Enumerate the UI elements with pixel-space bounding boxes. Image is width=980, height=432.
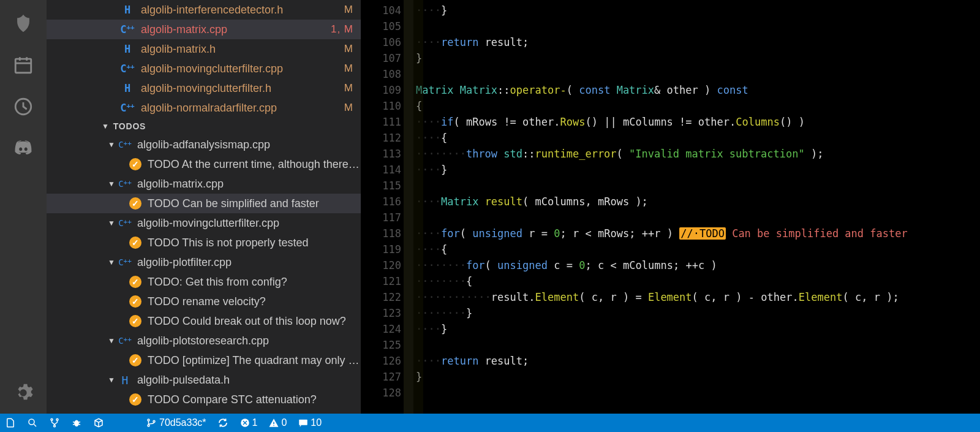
todo-check-icon: ✓ (129, 315, 141, 327)
todo-item[interactable]: ✓TODO Compare STC attenuation? (47, 390, 361, 409)
todo-file-name: algolib-pulsedata.h (137, 374, 230, 387)
todo-check-icon: ✓ (129, 237, 141, 249)
todo-text: TODO Could break out of this loop now? (148, 315, 346, 328)
status-branch[interactable]: 70d5a33c* (146, 417, 206, 428)
todo-item[interactable]: ✓TODO This is not properly tested (47, 233, 361, 252)
file-row[interactable]: C++algolib-movingclutterfilter.cppM (47, 59, 361, 78)
todo-text: TODO [optimize] The quadrant may only ne… (148, 354, 361, 367)
status-search-icon[interactable] (27, 417, 38, 428)
status-bug-icon[interactable] (71, 417, 82, 428)
errors-count: 1 (252, 417, 258, 428)
svg-point-8 (29, 419, 34, 425)
file-row[interactable]: Halgolib-interferencedetector.hM (47, 0, 361, 20)
svg-point-25 (274, 425, 275, 426)
svg-point-11 (56, 419, 58, 420)
todo-check-icon: ✓ (129, 158, 141, 170)
chevron-down-icon: ▼ (108, 219, 114, 227)
todo-file-row[interactable]: ▼C++algolib-movingclutterfilter.cpp (47, 213, 361, 233)
indent-guide (404, 0, 413, 414)
file-name: algolib-interferencedetector.h (141, 4, 339, 17)
status-comments[interactable]: 10 (298, 417, 322, 428)
chevron-down-icon: ▼ (108, 336, 114, 345)
code-content[interactable]: ····} ····return result;} Matrix Matrix:… (413, 0, 980, 414)
file-status: M (344, 63, 353, 75)
activity-explorer-icon[interactable] (9, 9, 38, 38)
chevron-down-icon: ▼ (108, 376, 114, 384)
svg-line-17 (78, 424, 80, 425)
todo-item[interactable]: ✓TODO At the current time, although ther… (47, 154, 361, 174)
status-bar: 70d5a33c* 1 0 10 (0, 414, 980, 432)
todo-check-icon: ✓ (129, 295, 141, 308)
todo-file-name: algolib-plotstoresearch.cpp (137, 335, 269, 347)
activity-bar (0, 0, 47, 414)
svg-rect-26 (300, 420, 308, 425)
file-name: algolib-movingclutterfilter.h (141, 82, 339, 95)
todo-text: TODO Compare STC attenuation? (148, 393, 317, 406)
svg-rect-0 (15, 59, 31, 73)
todo-text: TODO This is not properly tested (148, 237, 308, 249)
status-fork-icon[interactable] (49, 417, 60, 428)
cpp-file-icon: C++ (120, 102, 135, 114)
activity-discord-icon[interactable] (9, 134, 38, 163)
status-sync-icon[interactable] (217, 417, 228, 428)
cpp-file-icon: C++ (118, 336, 132, 346)
todo-file-name: algolib-plotfilter.cpp (137, 256, 232, 269)
todo-file-row[interactable]: ▼C++algolib-plotfilter.cpp (47, 252, 361, 272)
cpp-file-icon: C++ (120, 23, 135, 36)
todo-item[interactable]: ✓TODO rename velocity? (47, 292, 361, 311)
file-row[interactable]: Halgolib-matrix.hM (47, 39, 361, 59)
todo-file-row[interactable]: ▼Halgolib-pulsedata.h (47, 370, 361, 390)
todo-check-icon: ✓ (129, 393, 141, 406)
cpp-file-icon: C++ (118, 140, 132, 150)
svg-line-15 (78, 422, 80, 423)
todo-item[interactable]: ✓TODO Could break out of this loop now? (47, 311, 361, 331)
svg-point-20 (153, 420, 155, 422)
header-file-icon: H (118, 374, 132, 387)
todo-item[interactable]: ✓TODO Can be simplified and faster (47, 194, 361, 213)
comments-count: 10 (311, 417, 322, 428)
file-status: M (344, 102, 353, 114)
code-editor[interactable]: 1041051061071081091101111121131141151161… (361, 0, 980, 414)
todo-file-name: algolib-adfanalysismap.cpp (137, 138, 270, 151)
activity-calendar-icon[interactable] (9, 50, 38, 80)
chevron-down-icon: ▼ (108, 140, 114, 149)
cpp-file-icon: C++ (118, 257, 132, 267)
svg-point-10 (51, 419, 53, 420)
todo-text: TODO At the current time, although there… (148, 158, 361, 171)
line-number-gutter: 1041051061071081091101111121131141151161… (361, 0, 404, 414)
warnings-count: 0 (281, 417, 287, 428)
header-file-icon: H (120, 82, 135, 94)
todo-item[interactable]: ✓TODO [optimize] The quadrant may only n… (47, 351, 361, 370)
todo-check-icon: ✓ (129, 276, 141, 288)
file-row[interactable]: C++algolib-matrix.cpp1, M (47, 20, 361, 39)
chevron-down-icon: ▼ (108, 180, 114, 188)
branch-name: 70d5a33c* (159, 417, 206, 428)
svg-point-19 (148, 425, 149, 426)
todo-check-icon: ✓ (129, 197, 141, 210)
cpp-file-icon: C++ (118, 218, 132, 228)
todo-file-row[interactable]: ▼C++algolib-matrix.cpp (47, 174, 361, 194)
svg-point-18 (148, 419, 149, 421)
activity-settings-icon[interactable] (9, 378, 38, 407)
file-row[interactable]: Halgolib-movingclutterfilter.hM (47, 78, 361, 98)
status-warnings[interactable]: 0 (268, 417, 287, 428)
status-file-icon[interactable] (5, 417, 16, 428)
chevron-down-icon: ▼ (102, 122, 110, 131)
activity-scm-icon[interactable] (9, 92, 38, 121)
status-errors[interactable]: 1 (239, 417, 258, 428)
todo-file-row[interactable]: ▼C++algolib-adfanalysismap.cpp (47, 135, 361, 154)
todo-file-row[interactable]: ▼C++algolib-plotstoresearch.cpp (47, 331, 361, 351)
status-package-icon[interactable] (93, 417, 104, 428)
sidebar: Halgolib-interferencedetector.hMC++algol… (47, 0, 361, 414)
svg-line-9 (34, 424, 36, 426)
svg-line-14 (73, 422, 75, 423)
todo-item[interactable]: ✓TODO: Get this from config? (47, 272, 361, 292)
todos-section-header[interactable]: ▼ TODOS (47, 118, 361, 135)
header-file-icon: H (120, 4, 135, 16)
file-name: algolib-matrix.cpp (141, 23, 326, 36)
svg-point-13 (74, 420, 79, 427)
todos-list: ▼C++algolib-adfanalysismap.cpp✓TODO At t… (47, 135, 361, 409)
cpp-file-icon: C++ (118, 179, 132, 189)
file-status: M (344, 4, 353, 16)
file-row[interactable]: C++algolib-normalradarfilter.cppM (47, 98, 361, 118)
